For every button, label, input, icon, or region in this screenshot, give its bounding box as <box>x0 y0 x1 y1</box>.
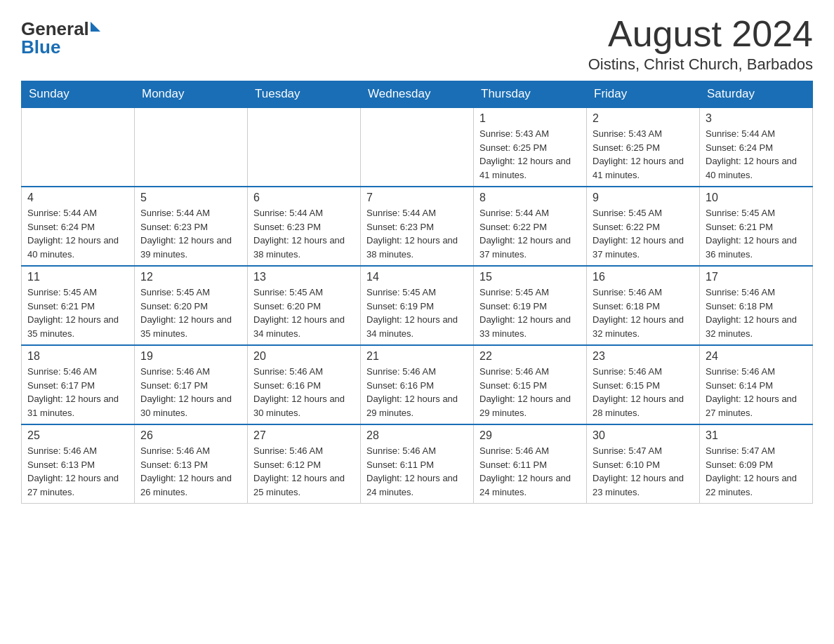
calendar-cell: 12Sunrise: 5:45 AMSunset: 6:20 PMDayligh… <box>135 266 248 345</box>
calendar-cell: 16Sunrise: 5:46 AMSunset: 6:18 PMDayligh… <box>587 266 700 345</box>
column-header-friday: Friday <box>587 81 700 108</box>
calendar-cell: 5Sunrise: 5:44 AMSunset: 6:23 PMDaylight… <box>135 187 248 266</box>
calendar-cell: 1Sunrise: 5:43 AMSunset: 6:25 PMDaylight… <box>474 107 587 187</box>
column-header-thursday: Thursday <box>474 81 587 108</box>
calendar-cell: 4Sunrise: 5:44 AMSunset: 6:24 PMDaylight… <box>22 187 135 266</box>
day-info: Sunrise: 5:44 AMSunset: 6:24 PMDaylight:… <box>706 127 807 182</box>
calendar-cell: 11Sunrise: 5:45 AMSunset: 6:21 PMDayligh… <box>22 266 135 345</box>
day-number: 27 <box>253 429 355 442</box>
day-info: Sunrise: 5:44 AMSunset: 6:23 PMDaylight:… <box>366 206 468 261</box>
day-info: Sunrise: 5:45 AMSunset: 6:19 PMDaylight:… <box>366 286 468 340</box>
calendar-cell: 13Sunrise: 5:45 AMSunset: 6:20 PMDayligh… <box>248 266 361 345</box>
day-info: Sunrise: 5:43 AMSunset: 6:25 PMDaylight:… <box>593 127 694 182</box>
calendar-week-row: 1Sunrise: 5:43 AMSunset: 6:25 PMDaylight… <box>22 107 813 187</box>
day-info: Sunrise: 5:45 AMSunset: 6:20 PMDaylight:… <box>140 286 241 340</box>
day-number: 23 <box>593 350 694 363</box>
calendar-header-row: SundayMondayTuesdayWednesdayThursdayFrid… <box>22 81 813 108</box>
column-header-tuesday: Tuesday <box>248 81 361 108</box>
day-number: 19 <box>140 350 241 363</box>
location-subtitle: Oistins, Christ Church, Barbados <box>588 55 813 74</box>
column-header-wednesday: Wednesday <box>361 81 474 108</box>
day-number: 1 <box>479 112 581 125</box>
day-number: 29 <box>479 429 581 442</box>
day-info: Sunrise: 5:47 AMSunset: 6:09 PMDaylight:… <box>706 444 807 499</box>
calendar-cell: 15Sunrise: 5:45 AMSunset: 6:19 PMDayligh… <box>474 266 587 345</box>
logo: General Blue <box>21 20 100 56</box>
day-info: Sunrise: 5:46 AMSunset: 6:14 PMDaylight:… <box>706 365 807 420</box>
day-info: Sunrise: 5:44 AMSunset: 6:23 PMDaylight:… <box>253 206 355 261</box>
calendar-cell: 8Sunrise: 5:44 AMSunset: 6:22 PMDaylight… <box>474 187 587 266</box>
day-info: Sunrise: 5:45 AMSunset: 6:19 PMDaylight:… <box>479 286 581 340</box>
day-number: 26 <box>140 429 241 442</box>
day-info: Sunrise: 5:45 AMSunset: 6:22 PMDaylight:… <box>593 206 694 261</box>
month-year-title: August 2024 <box>588 14 813 54</box>
day-info: Sunrise: 5:47 AMSunset: 6:10 PMDaylight:… <box>593 444 694 499</box>
logo-text-blue: Blue <box>21 36 60 58</box>
day-info: Sunrise: 5:46 AMSunset: 6:18 PMDaylight:… <box>593 286 694 340</box>
calendar-cell: 6Sunrise: 5:44 AMSunset: 6:23 PMDaylight… <box>248 187 361 266</box>
calendar-cell: 10Sunrise: 5:45 AMSunset: 6:21 PMDayligh… <box>700 187 813 266</box>
logo-arrow-icon <box>91 22 100 32</box>
calendar-cell: 2Sunrise: 5:43 AMSunset: 6:25 PMDaylight… <box>587 107 700 187</box>
calendar-cell: 20Sunrise: 5:46 AMSunset: 6:16 PMDayligh… <box>248 345 361 424</box>
calendar-cell: 26Sunrise: 5:46 AMSunset: 6:13 PMDayligh… <box>135 424 248 504</box>
day-info: Sunrise: 5:45 AMSunset: 6:21 PMDaylight:… <box>27 286 128 340</box>
day-info: Sunrise: 5:45 AMSunset: 6:20 PMDaylight:… <box>253 286 355 340</box>
calendar-cell: 25Sunrise: 5:46 AMSunset: 6:13 PMDayligh… <box>22 424 135 504</box>
day-info: Sunrise: 5:46 AMSunset: 6:13 PMDaylight:… <box>140 444 241 499</box>
calendar-cell: 18Sunrise: 5:46 AMSunset: 6:17 PMDayligh… <box>22 345 135 424</box>
day-number: 22 <box>479 350 581 363</box>
day-info: Sunrise: 5:46 AMSunset: 6:11 PMDaylight:… <box>366 444 468 499</box>
day-number: 4 <box>27 192 128 204</box>
day-number: 30 <box>593 429 694 442</box>
calendar-cell: 9Sunrise: 5:45 AMSunset: 6:22 PMDaylight… <box>587 187 700 266</box>
calendar-cell: 28Sunrise: 5:46 AMSunset: 6:11 PMDayligh… <box>361 424 474 504</box>
calendar-cell: 31Sunrise: 5:47 AMSunset: 6:09 PMDayligh… <box>700 424 813 504</box>
day-info: Sunrise: 5:46 AMSunset: 6:15 PMDaylight:… <box>593 365 694 420</box>
day-number: 18 <box>27 350 128 363</box>
calendar-cell <box>135 107 248 187</box>
calendar-week-row: 4Sunrise: 5:44 AMSunset: 6:24 PMDaylight… <box>22 187 813 266</box>
day-number: 3 <box>706 112 807 125</box>
day-number: 14 <box>366 271 468 283</box>
day-info: Sunrise: 5:44 AMSunset: 6:23 PMDaylight:… <box>140 206 241 261</box>
calendar-week-row: 11Sunrise: 5:45 AMSunset: 6:21 PMDayligh… <box>22 266 813 345</box>
day-number: 17 <box>706 271 807 283</box>
calendar-cell <box>361 107 474 187</box>
calendar-week-row: 25Sunrise: 5:46 AMSunset: 6:13 PMDayligh… <box>22 424 813 504</box>
day-number: 10 <box>706 192 807 204</box>
day-info: Sunrise: 5:46 AMSunset: 6:18 PMDaylight:… <box>706 286 807 340</box>
day-info: Sunrise: 5:44 AMSunset: 6:24 PMDaylight:… <box>27 206 128 261</box>
day-info: Sunrise: 5:46 AMSunset: 6:11 PMDaylight:… <box>479 444 581 499</box>
calendar-cell: 30Sunrise: 5:47 AMSunset: 6:10 PMDayligh… <box>587 424 700 504</box>
day-number: 28 <box>366 429 468 442</box>
day-info: Sunrise: 5:43 AMSunset: 6:25 PMDaylight:… <box>479 127 581 182</box>
calendar-cell: 29Sunrise: 5:46 AMSunset: 6:11 PMDayligh… <box>474 424 587 504</box>
calendar-cell: 23Sunrise: 5:46 AMSunset: 6:15 PMDayligh… <box>587 345 700 424</box>
day-info: Sunrise: 5:46 AMSunset: 6:12 PMDaylight:… <box>253 444 355 499</box>
day-number: 12 <box>140 271 241 283</box>
calendar-cell: 27Sunrise: 5:46 AMSunset: 6:12 PMDayligh… <box>248 424 361 504</box>
calendar-week-row: 18Sunrise: 5:46 AMSunset: 6:17 PMDayligh… <box>22 345 813 424</box>
day-number: 25 <box>27 429 128 442</box>
calendar-cell: 17Sunrise: 5:46 AMSunset: 6:18 PMDayligh… <box>700 266 813 345</box>
day-number: 11 <box>27 271 128 283</box>
day-number: 15 <box>479 271 581 283</box>
calendar-cell: 19Sunrise: 5:46 AMSunset: 6:17 PMDayligh… <box>135 345 248 424</box>
calendar-cell: 21Sunrise: 5:46 AMSunset: 6:16 PMDayligh… <box>361 345 474 424</box>
day-number: 8 <box>479 192 581 204</box>
title-block: August 2024 Oistins, Christ Church, Barb… <box>588 14 813 74</box>
calendar-cell: 22Sunrise: 5:46 AMSunset: 6:15 PMDayligh… <box>474 345 587 424</box>
day-number: 20 <box>253 350 355 363</box>
column-header-monday: Monday <box>135 81 248 108</box>
calendar-cell: 3Sunrise: 5:44 AMSunset: 6:24 PMDaylight… <box>700 107 813 187</box>
day-info: Sunrise: 5:44 AMSunset: 6:22 PMDaylight:… <box>479 206 581 261</box>
calendar-cell: 24Sunrise: 5:46 AMSunset: 6:14 PMDayligh… <box>700 345 813 424</box>
column-header-saturday: Saturday <box>700 81 813 108</box>
day-info: Sunrise: 5:46 AMSunset: 6:13 PMDaylight:… <box>27 444 128 499</box>
calendar-cell: 7Sunrise: 5:44 AMSunset: 6:23 PMDaylight… <box>361 187 474 266</box>
day-info: Sunrise: 5:46 AMSunset: 6:17 PMDaylight:… <box>27 365 128 420</box>
day-number: 21 <box>366 350 468 363</box>
day-info: Sunrise: 5:46 AMSunset: 6:17 PMDaylight:… <box>140 365 241 420</box>
day-number: 24 <box>706 350 807 363</box>
